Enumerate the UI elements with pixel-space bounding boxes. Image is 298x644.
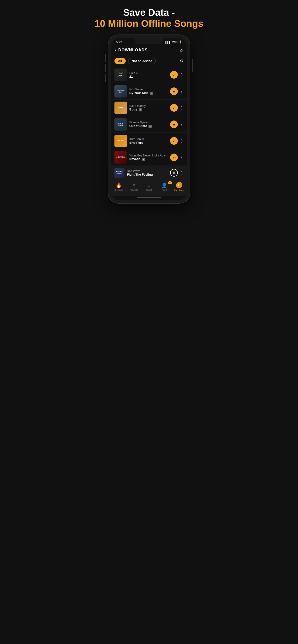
song-actions: ⇄ ⋮ <box>170 154 184 161</box>
song-actions: ★ ⋮ <box>170 120 184 128</box>
nav-label-my-library: My Library <box>174 189 184 192</box>
song-info: Kizz Daniel Shu-Peru <box>129 138 168 144</box>
nav-label-feed: Feed <box>162 189 167 191</box>
headline-section: Save Data - 10 Million Offline Songs <box>90 7 208 29</box>
fire-icon: 🔥 <box>116 182 122 188</box>
mute-button[interactable] <box>105 74 106 82</box>
bottom-nav: 🔥 Discover ≡ Playlists ⌕ Search 👤 97 Fee… <box>111 180 187 196</box>
playlists-icon: ≡ <box>132 182 135 188</box>
nav-label-search: Search <box>146 189 153 191</box>
volume-up-button[interactable] <box>105 54 106 62</box>
album-art: OUT OFSTATE <box>114 118 127 130</box>
headline-orange: 10 Million Offline Songs <box>95 18 203 29</box>
explicit-badge: E <box>150 92 153 95</box>
song-title: Fight The Feeling <box>127 173 168 176</box>
song-artist: Finesse2tymes <box>129 121 168 124</box>
volume-down-button[interactable] <box>105 64 106 72</box>
song-info: YoungBoy Never Broke Again Nevada E <box>129 154 168 161</box>
song-artist: Naira Marley <box>129 104 168 108</box>
signal-icon: ▌▌▌ <box>166 41 171 44</box>
nav-item-playlists[interactable]: ≡ Playlists <box>128 182 140 191</box>
song-title: Body E <box>129 108 168 112</box>
song-actions: ✓ ⋮ <box>170 104 184 112</box>
header-left: ‹ DOWNLOADS <box>115 48 147 52</box>
shuffle-icon: ⇄ <box>170 154 178 161</box>
power-button[interactable] <box>192 59 193 72</box>
status-time: 5:22 <box>116 40 122 44</box>
feed-icon: 👤 <box>161 182 167 188</box>
song-artist: YoungBoy Never Broke Again <box>129 154 168 157</box>
song-item[interactable]: Shu-Peru Kizz Daniel Shu-Peru ✓ ⋮ <box>111 133 187 149</box>
battery-icon: 🔋 <box>179 40 182 44</box>
home-bar <box>137 198 161 198</box>
more-options-button[interactable]: ⋮ <box>180 155 184 160</box>
more-options-button[interactable]: ⋮ <box>180 139 184 143</box>
song-item[interactable]: OUT OFSTATE Finesse2tymes Out of State E… <box>111 116 187 133</box>
album-art: Body <box>114 102 127 114</box>
nav-item-search[interactable]: ⌕ Search <box>143 182 155 191</box>
song-info: Polo G 21 <box>129 72 168 78</box>
status-icons: ▌▌▌ WiFi 🔋 <box>166 40 182 44</box>
phone-frame: 5:22 ▌▌▌ WiFi 🔋 ‹ DOWNLOADS ⌕ All Not on… <box>108 35 190 203</box>
nav-item-discover[interactable]: 🔥 Discover <box>113 182 125 191</box>
search-button[interactable]: ⌕ <box>180 47 183 53</box>
album-art: Fight TheFeeling <box>114 168 124 178</box>
song-actions: ✓ ⋮ <box>170 137 184 145</box>
download-check-icon: ✓ <box>170 71 178 78</box>
star-icon: ★ <box>170 88 178 95</box>
not-on-device-filter-button[interactable]: Not on device <box>128 58 156 64</box>
song-list: THEGOAT Polo G 21 ✓ ⋮ By YourSide Rod Wa… <box>111 66 187 180</box>
download-check-icon: ✓ <box>170 104 178 112</box>
song-item[interactable]: Body Naira Marley Body E ✓ ⋮ <box>111 100 187 116</box>
more-options-button[interactable]: ⋮ <box>180 89 184 94</box>
song-artist: Polo G <box>129 72 168 75</box>
album-art: NEVADA <box>114 151 127 164</box>
headline-white: Save Data - <box>95 7 203 18</box>
song-item[interactable]: By YourSide Rod Wave By Your Side E ★ ⋮ <box>111 83 187 100</box>
song-artist: Rod Wave <box>129 88 168 91</box>
song-item[interactable]: THEGOAT Polo G 21 ✓ ⋮ <box>111 66 187 83</box>
notch <box>135 38 163 44</box>
song-title: Shu-Peru <box>129 141 168 144</box>
wifi-icon: WiFi <box>172 41 178 44</box>
sliders-icon[interactable]: ⚙ <box>180 58 184 64</box>
song-artist: Kizz Daniel <box>129 138 168 141</box>
album-art: By YourSide <box>114 85 127 98</box>
song-info: Rod Wave Fight The Feeling <box>127 170 168 176</box>
song-title: Nevada E <box>129 157 168 161</box>
more-options-button[interactable]: ⋮ <box>180 170 184 175</box>
song-info: Finesse2tymes Out of State E <box>129 121 168 128</box>
song-actions: ✓ ⋮ <box>170 71 184 78</box>
home-indicator <box>111 196 187 200</box>
star-icon: ★ <box>170 120 178 128</box>
explicit-badge: E <box>139 108 142 112</box>
nav-label-discover: Discover <box>114 189 123 191</box>
search-nav-icon: ⌕ <box>147 182 151 188</box>
song-actions: ★ ⋮ <box>170 88 184 95</box>
more-options-button[interactable]: ⋮ <box>180 72 184 77</box>
nav-item-my-library[interactable]: U My Library <box>173 182 185 192</box>
song-item[interactable]: Fight TheFeeling Rod Wave Fight The Feel… <box>111 166 187 180</box>
song-item[interactable]: NEVADA YoungBoy Never Broke Again Nevada… <box>111 149 187 166</box>
more-options-button[interactable]: ⋮ <box>180 106 184 110</box>
song-title: 21 <box>129 75 168 78</box>
page-title: DOWNLOADS <box>118 48 147 52</box>
song-actions: ⏸ ⋮ <box>170 169 184 176</box>
song-info: Naira Marley Body E <box>129 104 168 112</box>
all-filter-button[interactable]: All <box>114 58 126 64</box>
avatar: U <box>176 182 182 188</box>
download-check-icon: ✓ <box>170 137 178 145</box>
song-info: Rod Wave By Your Side E <box>129 88 168 95</box>
back-button[interactable]: ‹ <box>115 48 116 52</box>
song-artist: Rod Wave <box>127 170 168 173</box>
explicit-badge: E <box>148 125 152 128</box>
more-options-button[interactable]: ⋮ <box>180 122 184 127</box>
nav-item-feed[interactable]: 👤 97 Feed <box>158 182 170 191</box>
explicit-badge: E <box>142 158 145 161</box>
nav-label-playlists: Playlists <box>130 189 138 191</box>
feed-badge: 97 <box>168 181 172 184</box>
song-title: By Your Side E <box>129 91 168 95</box>
pause-button[interactable]: ⏸ <box>170 169 178 176</box>
album-art: Shu-Peru <box>114 135 127 147</box>
phone-screen: 5:22 ▌▌▌ WiFi 🔋 ‹ DOWNLOADS ⌕ All Not on… <box>111 38 187 200</box>
